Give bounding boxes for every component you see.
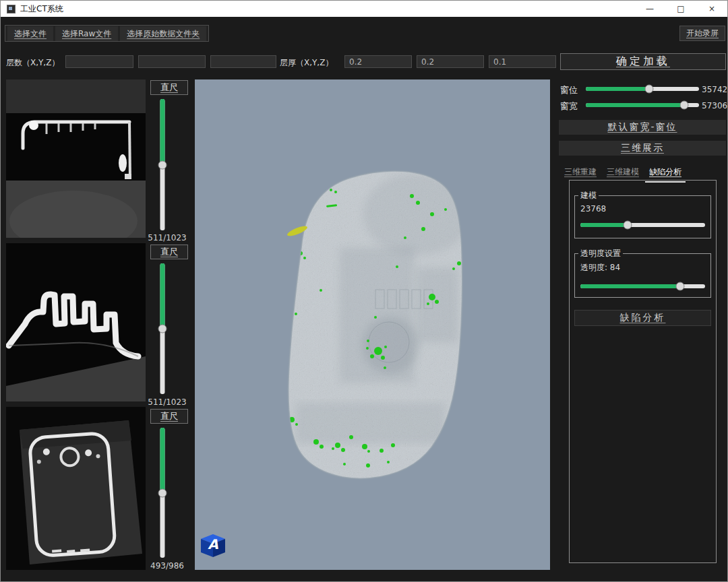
slider-handle[interactable] xyxy=(676,282,685,291)
ct-slice-image-1 xyxy=(6,79,146,238)
slice-slider-1[interactable] xyxy=(156,99,169,230)
ruler-label-2: 直尺 xyxy=(150,245,188,259)
slider-fill xyxy=(586,87,649,91)
slider-handle[interactable] xyxy=(158,160,167,169)
slice-slider-3[interactable] xyxy=(156,428,169,558)
3d-render-view[interactable]: A xyxy=(195,79,550,570)
slider-handle[interactable] xyxy=(645,85,654,94)
transparency-legend: 透明度设置 xyxy=(578,248,623,259)
slider-fill xyxy=(586,103,684,107)
window-title: 工业CT系统 xyxy=(20,3,63,15)
ct-slice-image-2 xyxy=(6,243,146,401)
layers-x-input[interactable] xyxy=(65,55,133,68)
defect-analysis-button[interactable]: 缺陷分析 xyxy=(574,310,711,326)
slice-slider-2[interactable] xyxy=(156,263,169,394)
window-width-label: 窗宽 xyxy=(560,100,578,112)
ct-slice-image-3 xyxy=(6,407,146,570)
slider-handle[interactable] xyxy=(624,221,632,230)
window-level-value: 35742 xyxy=(702,85,727,94)
cad-engine-logo-icon: A xyxy=(200,534,226,558)
slider-fill xyxy=(580,223,628,227)
ruler-label-1: 直尺 xyxy=(150,80,188,95)
transparency-slider[interactable] xyxy=(580,282,705,291)
thickness-x-input[interactable] xyxy=(344,55,412,68)
slider-fill xyxy=(160,263,165,329)
maximize-icon[interactable]: □ xyxy=(665,1,696,17)
file-button-group: 选择文件 选择Raw文件 选择原始数据文件夹 xyxy=(5,25,209,42)
ct-slice-view-2[interactable] xyxy=(6,243,146,401)
window-level-label: 窗位 xyxy=(560,84,578,96)
default-window-button[interactable]: 默认窗宽-窗位 xyxy=(559,120,726,135)
logo-letter: A xyxy=(200,536,226,552)
slice-position-value-3: 493/986 xyxy=(145,561,189,571)
slice-position-value-1: 511/1023 xyxy=(145,233,189,243)
slider-fill xyxy=(160,428,165,493)
modeling-groupbox: 建模 23768 xyxy=(574,190,711,238)
window-width-slider[interactable] xyxy=(586,100,699,110)
slider-handle[interactable] xyxy=(158,488,167,497)
window-level-slider[interactable] xyxy=(586,84,699,94)
thickness-z-input[interactable] xyxy=(489,55,556,68)
minimize-icon[interactable]: — xyxy=(634,1,665,17)
slider-fill xyxy=(160,99,165,165)
modeling-legend: 建模 xyxy=(578,190,599,201)
select-file-button[interactable]: 选择文件 xyxy=(7,26,53,41)
window-width-value: 57306 xyxy=(702,101,727,110)
transparency-value-label: 透明度: 84 xyxy=(580,262,710,273)
3d-reconstruction-image xyxy=(195,79,550,570)
thickness-label: 层厚（X,Y,Z） xyxy=(280,57,333,69)
ct-slice-view-1[interactable] xyxy=(6,79,146,238)
modeling-threshold-value: 23768 xyxy=(580,204,710,214)
thickness-y-input[interactable] xyxy=(417,55,484,68)
modeling-threshold-slider[interactable] xyxy=(580,220,705,230)
select-data-folder-button[interactable]: 选择原始数据文件夹 xyxy=(120,26,206,41)
transparency-groupbox: 透明度设置 透明度: 84 xyxy=(574,248,711,298)
ct-slice-view-3[interactable] xyxy=(6,407,146,570)
layers-y-input[interactable] xyxy=(138,55,206,68)
layers-label: 层数（X,Y,Z） xyxy=(6,57,59,69)
slider-handle[interactable] xyxy=(158,325,167,333)
confirm-load-button[interactable]: 确定加载 xyxy=(560,53,726,70)
titlebar: 工业CT系统 — □ × xyxy=(1,1,727,17)
ruler-label-3: 直尺 xyxy=(150,409,188,424)
slice-position-value-2: 511/1023 xyxy=(145,397,189,407)
app-icon xyxy=(7,5,16,13)
close-icon[interactable]: × xyxy=(696,1,727,17)
slider-fill xyxy=(580,284,680,288)
select-raw-file-button[interactable]: 选择Raw文件 xyxy=(55,26,118,41)
start-recording-button[interactable]: 开始录屏 xyxy=(679,26,725,41)
layers-z-input[interactable] xyxy=(210,55,276,68)
display-3d-button[interactable]: 三维展示 xyxy=(559,141,726,156)
slider-handle[interactable] xyxy=(680,101,689,110)
window-controls: — □ × xyxy=(634,1,727,17)
